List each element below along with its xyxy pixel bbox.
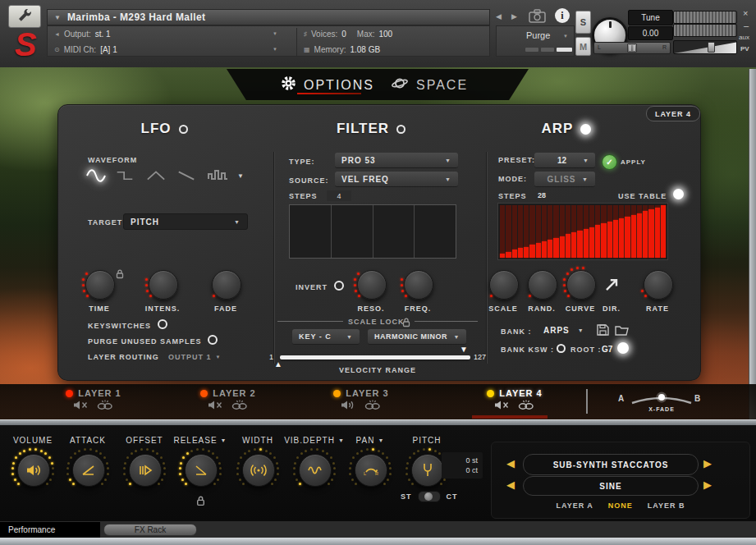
keyswitches-toggle[interactable] (158, 319, 167, 329)
pan-slider[interactable]: L R (593, 42, 671, 54)
arp-step-bar[interactable] (577, 205, 582, 258)
mute-icon[interactable] (73, 400, 89, 410)
filter-step-cell[interactable] (332, 205, 373, 258)
solo-button[interactable]: S (575, 11, 591, 34)
arp-step-table[interactable] (497, 203, 668, 260)
collapse-icon[interactable]: ▼ (54, 14, 61, 21)
arp-step-bar[interactable] (553, 205, 558, 258)
purge-unused-toggle[interactable] (208, 335, 218, 345)
frequency-knob-face[interactable] (404, 270, 433, 300)
arp-steps-value[interactable]: 28 (538, 191, 546, 199)
tune-value-box[interactable]: 0.00 (628, 26, 673, 40)
arp-mode-dropdown[interactable]: GLISS▼ (534, 172, 595, 187)
offset-knob-face[interactable] (129, 454, 162, 487)
arp-step-bar[interactable] (661, 205, 666, 258)
time-lock-icon[interactable] (116, 268, 124, 282)
performance-tab[interactable]: Performance (0, 522, 100, 538)
vib-depth-knob[interactable] (291, 447, 337, 492)
perf-volume-knob[interactable] (10, 447, 56, 492)
scrollbar[interactable] (749, 69, 756, 419)
arp-step-bar[interactable] (506, 205, 511, 258)
resonance-knob[interactable] (351, 264, 391, 304)
waveform-dropdown-arrow[interactable]: ▼ (237, 172, 244, 180)
arp-step-bar[interactable] (500, 205, 505, 258)
mute-icon[interactable] (208, 400, 224, 410)
arp-step-bar[interactable] (529, 205, 534, 258)
close-button[interactable]: × (743, 8, 748, 18)
tab-options[interactable]: OPTIONS (281, 76, 374, 94)
offset-knob[interactable] (121, 447, 167, 492)
release-dropdown-arrow[interactable]: ▼ (221, 437, 227, 443)
purge-dropdown-arrow[interactable]: ▼ (563, 34, 568, 39)
midi-row[interactable]: ⊙ MIDI Ch: [A] 1 (54, 42, 117, 57)
mute-button[interactable]: M (575, 37, 591, 56)
arp-step-bar[interactable] (584, 205, 589, 258)
preset-b-field[interactable]: SINE (523, 476, 699, 496)
purge-label[interactable]: Purge (526, 30, 550, 40)
pitch-semitones[interactable]: 0 st (465, 456, 478, 465)
pan-knob[interactable]: LR (347, 447, 393, 492)
arp-step-bar[interactable] (637, 205, 642, 258)
pan-knob-face[interactable]: LR (355, 454, 387, 487)
square-wave-icon[interactable] (116, 167, 137, 184)
arp-step-bar[interactable] (631, 205, 636, 258)
info-icon[interactable]: i (555, 8, 570, 23)
pitch-cents[interactable]: 0 ct (465, 466, 478, 474)
invert-toggle[interactable] (334, 281, 344, 291)
link-icon[interactable] (517, 400, 535, 410)
arp-power-toggle[interactable] (580, 124, 591, 135)
width-knob-face[interactable] (242, 454, 275, 487)
layer-tab-2[interactable]: LAYER 2 (194, 388, 263, 410)
filter-type-dropdown[interactable]: PRO 53▼ (335, 153, 458, 168)
saw-wave-icon[interactable] (176, 167, 198, 184)
save-bank-icon[interactable] (597, 324, 609, 339)
layer-tab-1[interactable]: LAYER 1 (59, 388, 128, 410)
root-learn-toggle[interactable] (617, 342, 629, 354)
layer-b-button[interactable]: LAYER B (648, 501, 685, 510)
release-lock-icon[interactable] (196, 495, 205, 510)
velocity-high-handle[interactable]: ▼ (460, 345, 468, 354)
resonance-knob-face[interactable] (357, 270, 387, 300)
none-button[interactable]: NONE (608, 501, 633, 510)
load-bank-folder-icon[interactable] (615, 324, 629, 339)
arp-step-bar[interactable] (613, 205, 618, 258)
arp-step-bar[interactable] (589, 205, 594, 258)
speaker-on-icon[interactable] (341, 400, 357, 410)
release-knob-face[interactable] (185, 454, 218, 487)
preset-b-prev-arrow[interactable]: ◀ (506, 479, 515, 490)
pan-dropdown-arrow[interactable]: ▼ (378, 437, 384, 443)
filter-source-dropdown[interactable]: VEL FREQ▼ (335, 172, 458, 187)
layer-tab-4[interactable]: LAYER 4 (480, 388, 549, 410)
arp-scale-knob-face[interactable] (489, 270, 519, 300)
arp-preset-dropdown[interactable]: 12▼ (534, 153, 595, 168)
direction-control[interactable] (592, 264, 631, 304)
velocity-low-handle[interactable]: ▲ (274, 360, 282, 369)
pitch-knob-face[interactable] (411, 454, 444, 487)
output-dropdown-arrow[interactable]: ▼ (273, 31, 277, 36)
arp-step-bar[interactable] (548, 205, 552, 258)
arp-step-bar[interactable] (518, 205, 523, 258)
volume-slider[interactable] (673, 40, 737, 54)
minimize-button[interactable]: – (744, 21, 749, 30)
filter-step-cell[interactable] (415, 205, 456, 258)
arp-rate-knob-face[interactable] (644, 270, 673, 300)
sine-wave-icon[interactable] (85, 167, 107, 184)
fade-knob[interactable] (206, 264, 245, 304)
filter-power-toggle[interactable] (396, 125, 405, 134)
triangle-wave-icon[interactable] (146, 167, 167, 184)
layer-a-button[interactable]: LAYER A (556, 501, 593, 510)
arp-step-bar[interactable] (571, 205, 576, 258)
arp-step-bar[interactable] (655, 205, 660, 258)
midi-dropdown-arrow[interactable]: ▼ (273, 47, 277, 52)
arp-step-bar[interactable] (601, 205, 606, 258)
intensity-knob[interactable] (143, 264, 182, 304)
arp-step-bar[interactable] (566, 205, 570, 258)
preset-a-next-arrow[interactable]: ▶ (703, 458, 712, 469)
key-dropdown[interactable]: KEY - C▼ (292, 329, 360, 345)
preset-a-field[interactable]: SUB-SYNTH STACCATOS (523, 454, 699, 475)
arp-step-bar[interactable] (560, 205, 565, 258)
layer-routing-dropdown[interactable]: OUTPUT 1 ▼ (168, 353, 220, 361)
pan-slider-handle[interactable] (627, 44, 637, 53)
time-knob[interactable] (80, 264, 119, 304)
scale-dropdown[interactable]: HARMONIC MINOR▼ (368, 329, 466, 345)
